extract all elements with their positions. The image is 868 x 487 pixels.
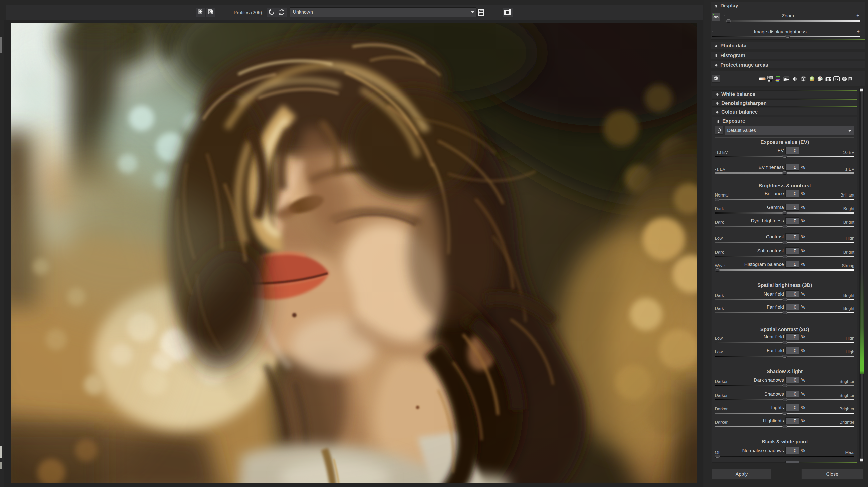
svg-text:FX: FX [835,77,839,81]
